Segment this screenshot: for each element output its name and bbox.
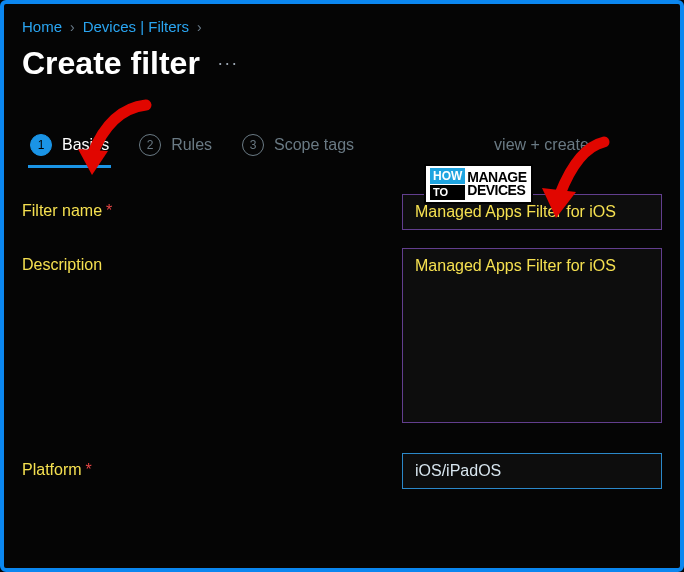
label-platform: Platform*: [22, 453, 402, 479]
row-platform: Platform*: [22, 453, 662, 489]
watermark-logo: HOW TO MANAGE DEVICES: [424, 164, 533, 204]
required-asterisk-icon: *: [86, 461, 92, 478]
tab-step-number: 1: [30, 134, 52, 156]
chevron-right-icon: ›: [197, 19, 202, 35]
more-icon[interactable]: ···: [218, 53, 239, 74]
breadcrumb-devices-filters[interactable]: Devices | Filters: [83, 18, 189, 35]
label-filter-name: Filter name*: [22, 194, 402, 220]
row-description: Description Managed Apps Filter for iOS: [22, 248, 662, 423]
breadcrumb: Home › Devices | Filters ›: [22, 18, 662, 35]
watermark-text: HOW: [430, 168, 465, 184]
tab-rules[interactable]: 2 Rules: [139, 134, 212, 166]
tab-scope-tags[interactable]: 3 Scope tags: [242, 134, 354, 166]
tab-label: view + create: [494, 136, 589, 154]
watermark-text: TO: [430, 185, 465, 200]
platform-select[interactable]: [402, 453, 662, 489]
wizard-tabs: 1 Basics 2 Rules 3 Scope tags view + cre…: [22, 134, 662, 166]
page-title: Create filter: [22, 45, 200, 82]
row-filter-name: Filter name*: [22, 194, 662, 230]
label-description: Description: [22, 248, 402, 274]
tab-basics[interactable]: 1 Basics: [30, 134, 109, 166]
tab-label: Rules: [171, 136, 212, 154]
description-textarea[interactable]: Managed Apps Filter for iOS: [402, 248, 662, 423]
required-asterisk-icon: *: [106, 202, 112, 219]
window-frame: Home › Devices | Filters › Create filter…: [0, 0, 684, 572]
breadcrumb-home[interactable]: Home: [22, 18, 62, 35]
watermark-text: MANAGE DEVICES: [467, 171, 526, 198]
tab-step-number: 2: [139, 134, 161, 156]
tab-label: Scope tags: [274, 136, 354, 154]
title-row: Create filter ···: [22, 45, 662, 82]
tab-step-number: 3: [242, 134, 264, 156]
tab-label: Basics: [62, 136, 109, 154]
tab-review-create[interactable]: view + create: [494, 136, 589, 164]
chevron-right-icon: ›: [70, 19, 75, 35]
